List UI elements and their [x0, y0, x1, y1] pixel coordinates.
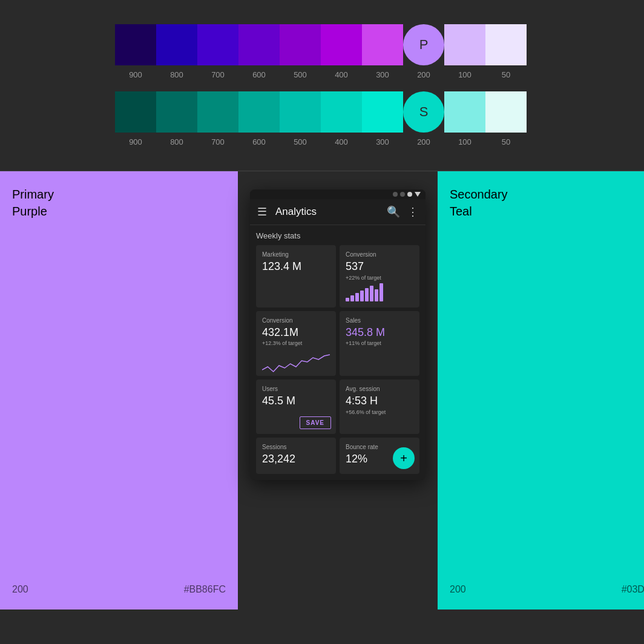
sales-sub: +11% of target — [346, 340, 413, 346]
swatch-primary-label: P — [419, 37, 429, 53]
users-label: Users — [262, 386, 330, 392]
teal-card-title: Secondary Teal — [450, 186, 644, 220]
sessions-label: Sessions — [262, 444, 330, 450]
status-dot-3 — [407, 192, 412, 197]
teal-label-800: 800 — [156, 137, 197, 146]
app-content: Weekly stats Marketing 123.4 M Conversio… — [250, 225, 426, 480]
swatch-teal-400 — [321, 91, 362, 133]
teal-card-main: Secondary Teal 200 #03DAC5 — [438, 171, 644, 610]
label-600: 600 — [238, 70, 280, 79]
swatch-teal-500 — [280, 91, 321, 133]
swatch-teal-200-circle: S — [403, 91, 444, 133]
swatch-teal-100 — [444, 91, 485, 133]
teal-label-500: 500 — [280, 137, 321, 146]
swatch-purple-700 — [197, 24, 238, 65]
label-200: 200 — [403, 70, 444, 79]
purple-card-main: Primary Purple 200 #BB86FC — [0, 171, 238, 610]
more-icon[interactable]: ⋮ — [406, 204, 419, 220]
conversion2-label: Conversion — [262, 317, 330, 324]
teal-label-line1: Secondary — [450, 186, 644, 203]
label-400: 400 — [321, 70, 362, 79]
bounce-rate-card: Bounce rate 12% + — [340, 438, 419, 474]
swatch-purple-200-circle: P — [403, 24, 444, 65]
bar-4 — [360, 291, 364, 301]
conversion2-value: 432.1M — [262, 326, 330, 340]
phone-mockup-area: ☰ Analytics 🔍 ⋮ Weekly stats Marketing 1… — [238, 171, 438, 610]
secondary-teal-card: Secondary Teal 200 #03DAC5 — [438, 171, 644, 610]
bar-8 — [380, 283, 383, 301]
swatch-secondary-label: S — [419, 104, 429, 120]
swatch-purple-300 — [362, 24, 403, 65]
teal-hex-value: #03DAC5 — [622, 584, 644, 595]
swatch-teal-300 — [362, 91, 403, 133]
swatch-teal-700 — [197, 91, 238, 133]
swatch-teal-600 — [238, 91, 280, 133]
swatch-teal-800 — [156, 91, 197, 133]
label-900: 900 — [115, 70, 156, 79]
teal-label-line2: Teal — [450, 203, 644, 220]
conversion-card-1: Conversion 537 +22% of target — [340, 245, 419, 307]
avg-session-label: Avg. session — [346, 386, 413, 392]
teal-label-700: 700 — [197, 137, 238, 146]
conversion1-label: Conversion — [346, 251, 413, 258]
label-500: 500 — [280, 70, 321, 79]
swatch-purple-600 — [238, 24, 280, 65]
users-card: Users 45.5 M SAVE — [256, 380, 336, 434]
teal-card-footer: 200 #03DAC5 — [450, 584, 644, 595]
teal-label-600: 600 — [238, 137, 280, 146]
swatch-teal-900 — [115, 91, 156, 133]
bar-5 — [365, 288, 369, 301]
status-dot-2 — [400, 192, 405, 197]
teal-label-50: 50 — [485, 137, 527, 146]
label-700: 700 — [197, 70, 238, 79]
swatch-purple-100 — [444, 24, 485, 65]
bar-2 — [350, 295, 354, 301]
avg-session-sub: +56.6% of target — [346, 409, 413, 415]
label-300: 300 — [362, 70, 403, 79]
bar-6 — [370, 286, 373, 301]
phone-mockup: ☰ Analytics 🔍 ⋮ Weekly stats Marketing 1… — [250, 189, 426, 480]
sessions-card: Sessions 23,242 — [256, 438, 336, 474]
hamburger-icon[interactable]: ☰ — [256, 204, 268, 220]
search-icon[interactable]: 🔍 — [386, 204, 401, 220]
conversion2-sub: +12.3% of target — [262, 340, 330, 346]
sales-value: 345.8 M — [346, 326, 413, 340]
teal-label-400: 400 — [321, 137, 362, 146]
conversion-card-2: Conversion 432.1M +12.3% of target — [256, 311, 336, 376]
app-bar: ☰ Analytics 🔍 ⋮ — [250, 199, 426, 225]
purple-label-line2: Purple — [12, 203, 226, 220]
swatch-purple-800 — [156, 24, 197, 65]
purple-card-title: Primary Purple — [12, 186, 226, 220]
app-title: Analytics — [275, 206, 381, 218]
bar-3 — [355, 293, 359, 301]
status-bar — [250, 189, 426, 199]
marketing-label: Marketing — [262, 251, 330, 258]
save-button[interactable]: SAVE — [300, 416, 332, 429]
label-100: 100 — [444, 70, 485, 79]
conversion-bar-chart — [346, 283, 413, 301]
weekly-stats-label: Weekly stats — [256, 231, 419, 240]
avg-session-card: Avg. session 4:53 H +56.6% of target — [340, 380, 419, 434]
sessions-value: 23,242 — [262, 453, 330, 466]
conversion1-sub: +22% of target — [346, 275, 413, 281]
sales-card: Sales 345.8 M +11% of target — [340, 311, 419, 376]
swatch-purple-400 — [321, 24, 362, 65]
marketing-value: 123.4 M — [262, 260, 330, 274]
teal-label-900: 900 — [115, 137, 156, 146]
teal-label-200: 200 — [403, 137, 444, 146]
purple-labels-row: 900 800 700 600 500 400 300 200 100 50 — [115, 70, 529, 79]
conversion-line-chart — [262, 349, 330, 370]
sales-label: Sales — [346, 317, 413, 324]
fab-button[interactable]: + — [393, 447, 415, 469]
stats-grid: Marketing 123.4 M Conversion 537 +22% of… — [256, 245, 419, 474]
users-value: 45.5 M — [262, 395, 330, 408]
avg-session-value: 4:53 H — [346, 395, 413, 408]
purple-card-footer: 200 #BB86FC — [12, 584, 226, 595]
teal-labels-row: 900 800 700 600 500 400 300 200 100 50 — [115, 137, 529, 146]
status-dot-1 — [393, 192, 398, 197]
marketing-card: Marketing 123.4 M — [256, 245, 336, 307]
signal-icon — [415, 192, 421, 197]
purple-label-line1: Primary — [12, 186, 226, 203]
teal-palette-row: S — [115, 91, 529, 133]
swatch-purple-900 — [115, 24, 156, 65]
